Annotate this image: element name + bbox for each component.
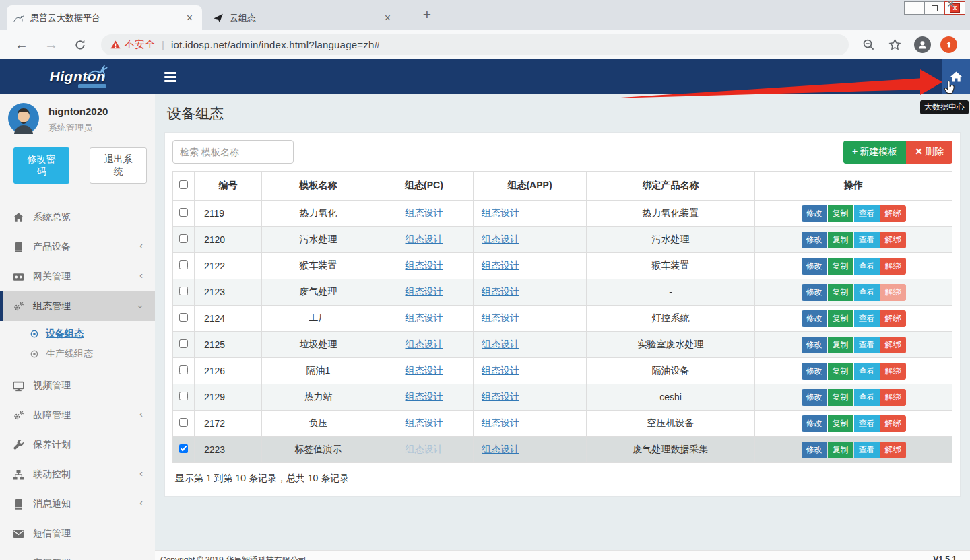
app-design-link[interactable]: 组态设计 [482,286,519,297]
row-checkbox[interactable] [179,287,188,295]
sidebar-item[interactable]: 保养计划 [0,430,155,460]
minimize-button[interactable]: — [904,1,925,15]
action-view-button[interactable]: 查看 [854,363,880,380]
app-design-link[interactable]: 组态设计 [482,365,519,376]
row-checkbox[interactable] [179,444,188,453]
action-copy-button[interactable]: 复制 [828,389,853,406]
action-view-button[interactable]: 查看 [854,442,880,458]
new-tab-button[interactable]: + [418,5,437,24]
forward-icon[interactable]: → [36,37,66,53]
app-design-link[interactable]: 组态设计 [482,444,519,454]
action-unbind-button[interactable]: 解绑 [880,389,906,406]
action-copy-button[interactable]: 复制 [828,232,853,248]
action-unbind-button[interactable]: 解绑 [880,205,906,222]
change-password-button[interactable]: 修改密码 [13,147,69,184]
pc-design-link[interactable]: 组态设计 [406,207,443,218]
sidebar-item[interactable]: 联动控制› [0,460,155,489]
action-unbind-button[interactable]: 解绑 [880,363,906,380]
select-all-checkbox[interactable] [179,180,188,189]
pc-design-link[interactable]: 组态设计 [406,312,443,323]
sidebar-item[interactable]: 网关管理› [0,262,155,291]
action-view-button[interactable]: 查看 [854,284,880,301]
row-checkbox[interactable] [179,208,188,217]
pc-design-link[interactable]: 组态设计 [406,365,443,376]
sidebar-item[interactable]: 组态管理› [0,291,155,321]
app-design-link[interactable]: 组态设计 [482,417,519,428]
hamburger-menu-icon[interactable] [164,72,176,82]
action-unbind-button[interactable]: 解绑 [880,258,906,275]
action-copy-button[interactable]: 复制 [828,337,853,353]
action-edit-button[interactable]: 修改 [802,442,827,458]
app-design-link[interactable]: 组态设计 [482,391,519,402]
row-checkbox[interactable] [179,418,188,427]
search-input[interactable] [172,140,294,164]
action-copy-button[interactable]: 复制 [828,415,853,432]
pc-design-link[interactable]: 组态设计 [406,391,443,402]
action-edit-button[interactable]: 修改 [802,205,827,222]
action-copy-button[interactable]: 复制 [828,258,853,275]
pc-design-link[interactable]: 组态设计 [406,234,443,244]
action-unbind-button[interactable]: 解绑 [880,310,906,327]
row-checkbox[interactable] [179,339,188,348]
close-button[interactable]: ✕ x [944,1,965,15]
sidebar-subitem[interactable]: 设备组态 [0,324,155,344]
action-edit-button[interactable]: 修改 [802,415,827,432]
row-checkbox[interactable] [179,260,188,269]
action-view-button[interactable]: 查看 [854,205,880,222]
action-copy-button[interactable]: 复制 [828,310,853,327]
row-checkbox[interactable] [179,313,188,322]
app-design-link[interactable]: 组态设计 [482,339,519,349]
app-design-link[interactable]: 组态设计 [482,234,519,244]
action-edit-button[interactable]: 修改 [802,258,827,275]
security-warning[interactable]: 不安全 [125,38,155,51]
action-view-button[interactable]: 查看 [854,415,880,432]
app-design-link[interactable]: 组态设计 [482,312,519,323]
browser-profile-button[interactable] [914,36,931,53]
sidebar-item[interactable]: 消息通知› [0,489,155,519]
row-checkbox[interactable] [179,365,188,374]
action-unbind-button[interactable]: 解绑 [880,232,906,248]
zoom-out-icon[interactable] [862,38,875,51]
app-design-link[interactable]: 组态设计 [482,260,519,271]
pc-design-link[interactable]: 组态设计 [406,286,443,297]
sidebar-item[interactable]: 空间管理 [0,549,155,560]
action-view-button[interactable]: 查看 [854,258,880,275]
sidebar-subitem[interactable]: 生产线组态 [0,344,155,364]
row-checkbox[interactable] [179,234,188,243]
sidebar-item[interactable]: 产品设备› [0,232,155,262]
browser-tab-active[interactable]: 思普云大数据平台 × [7,5,202,30]
address-bar[interactable]: 不安全 | iot.idosp.net/admin/index.html?lan… [101,34,849,55]
back-icon[interactable]: ← [7,37,36,53]
sidebar-item[interactable]: 故障管理› [0,400,155,430]
tab-close-icon[interactable]: × [184,12,195,24]
new-template-button[interactable]: +新建模板 [843,141,906,164]
action-unbind-button[interactable]: 解绑 [880,415,906,432]
tab-close-icon[interactable]: × [382,12,393,24]
action-edit-button[interactable]: 修改 [802,310,827,327]
logout-button[interactable]: 退出系统 [90,147,147,184]
action-copy-button[interactable]: 复制 [828,284,853,301]
action-copy-button[interactable]: 复制 [828,442,853,458]
reload-icon[interactable] [74,39,86,51]
action-unbind-button[interactable]: 解绑 [880,337,906,353]
pc-design-link[interactable]: 组态设计 [406,339,443,349]
sidebar-item[interactable]: 短信管理 [0,519,155,549]
action-edit-button[interactable]: 修改 [802,389,827,406]
action-edit-button[interactable]: 修改 [802,337,827,353]
bookmark-star-icon[interactable] [888,38,901,51]
pc-design-link[interactable]: 组态设计 [406,260,443,271]
pc-design-link[interactable]: 组态设计 [406,417,443,428]
action-edit-button[interactable]: 修改 [802,363,827,380]
action-edit-button[interactable]: 修改 [802,284,827,301]
action-unbind-button[interactable]: 解绑 [880,284,906,301]
sidebar-item[interactable]: 视频管理 [0,371,155,400]
action-copy-button[interactable]: 复制 [828,205,853,222]
delete-button[interactable]: ✕删除 [906,141,952,164]
action-view-button[interactable]: 查看 [854,337,880,353]
restore-button[interactable] [924,1,945,15]
row-checkbox[interactable] [179,392,188,400]
browser-tab-inactive[interactable]: 云组态 × [206,5,400,30]
action-copy-button[interactable]: 复制 [828,363,853,380]
action-view-button[interactable]: 查看 [854,310,880,327]
sidebar-item[interactable]: 系统总览 [0,203,155,232]
